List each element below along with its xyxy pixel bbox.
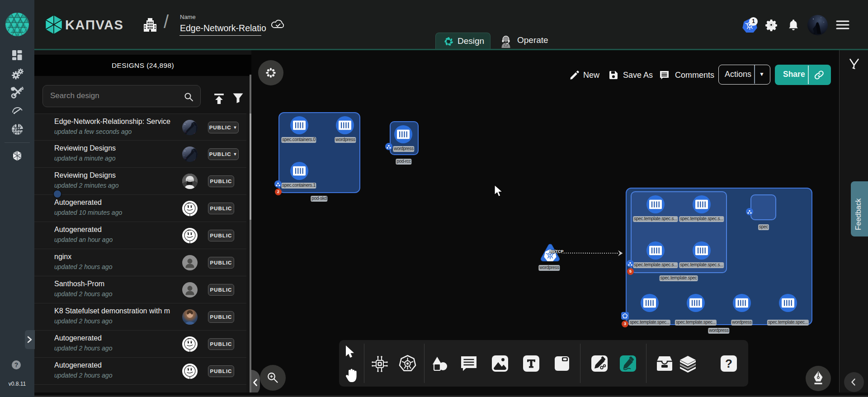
svg-text:?: ? bbox=[725, 357, 732, 370]
